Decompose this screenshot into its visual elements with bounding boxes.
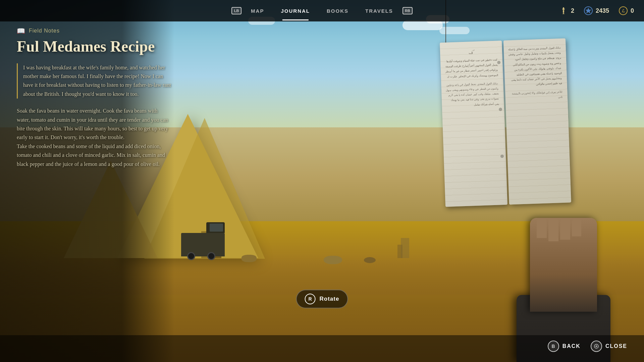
truck-wheel-front (187, 252, 195, 260)
hud-star: 2435 (584, 6, 609, 15)
hole-2 (499, 108, 502, 111)
svg-marker-2 (562, 13, 565, 14)
svg-rect-1 (562, 9, 565, 9)
journal-content: 📖 Field Notes Ful Medames Recipe I was h… (17, 27, 171, 169)
finger-4 (572, 218, 581, 236)
hole-3 (500, 155, 504, 158)
hud-syringe: 2 (559, 6, 574, 15)
recipe-paragraph-2: Soak the fava beans in water overnight. … (17, 107, 171, 142)
finger-1 (537, 218, 547, 238)
section-label: Field Notes (29, 28, 60, 34)
first-paragraph-wrapper: I was having breakfast at the wife's fam… (17, 63, 171, 99)
finger-2 (548, 218, 558, 241)
book-icon: 📖 (17, 27, 25, 35)
paper-arabic-right: دبانك الفول المنتدى وورده من صنة الفلاق … (503, 38, 567, 91)
star-icon (584, 6, 593, 15)
paper-right: دبانك الفول المنتدى وورده من صنة الفلاق … (503, 38, 571, 204)
currency-icon: ℒ (619, 6, 628, 15)
arabic-content-3: للآخر تعرف إني قولطلك والا إنتجوزني بالم… (509, 89, 562, 101)
svg-text:ℒ: ℒ (622, 9, 625, 13)
finger-3 (560, 218, 570, 240)
paper-symbol: ۜف (444, 49, 497, 57)
cloud-3 (439, 27, 470, 34)
close-label: CLOSE (605, 343, 627, 349)
paper-arabic-right-2: للآخر تعرف إني قولطلك والا إنتجوزني بالم… (505, 89, 568, 105)
rotate-label: Rotate (320, 296, 339, 302)
arabic-content-1: كنت دفطير في بيت عيلة السيام وشوفت أولده… (444, 57, 498, 79)
truck-body (181, 233, 225, 256)
rb-badge: RB (402, 7, 413, 14)
lb-badge: LB (231, 7, 241, 14)
back-button[interactable]: B BACK (548, 341, 581, 352)
rotate-hint: R Rotate (296, 290, 348, 308)
note-paper: ۜف كنت دفطير في بيت عيلة السيام وشوفت أو… (440, 38, 587, 217)
close-badge (591, 341, 602, 352)
currency-amount: 0 (631, 7, 634, 14)
rotate-badge: R (305, 294, 316, 304)
tab-map[interactable]: MAP (244, 8, 271, 14)
hud-currency: ℒ 0 (619, 6, 634, 15)
recipe-paragraph-3: Take the cooked beans and some of the li… (17, 142, 171, 169)
svg-marker-5 (585, 8, 591, 13)
close-button[interactable]: CLOSE (591, 341, 627, 352)
top-nav: LB MAP JOURNAL BOOKS TRAVELS RB (0, 0, 644, 21)
paper-arabic-1: ۜف كنت دفطير في بيت عيلة السيام وشوفت أو… (440, 41, 503, 83)
star-points: 2435 (596, 7, 609, 14)
distant-structure-2 (397, 245, 402, 258)
rock-3 (324, 256, 342, 264)
recipe-title: Ful Medames Recipe (17, 38, 171, 55)
back-badge: B (548, 341, 559, 352)
third-paragraph-wrapper: Take the cooked beans and some of the li… (17, 142, 171, 169)
rock-2 (364, 257, 376, 263)
tab-journal[interactable]: JOURNAL (273, 8, 317, 14)
tab-books[interactable]: BOOKS (319, 8, 356, 14)
svg-rect-3 (563, 9, 564, 11)
field-notes-label: 📖 Field Notes (17, 27, 171, 35)
hand-skin (530, 218, 597, 312)
truck-wheel-rear (207, 252, 215, 260)
bottom-actions: B BACK CLOSE (548, 341, 627, 352)
nav-center: LB MAP JOURNAL BOOKS TRAVELS RB (231, 7, 413, 14)
second-paragraph-wrapper: Soak the fava beans in water overnight. … (17, 107, 171, 142)
back-label: BACK (562, 343, 581, 349)
syringe-icon (559, 6, 568, 15)
arabic-content-2: دبانك الفول المنتدى وورده من صنة الفلاق … (508, 45, 562, 88)
rock-1 (241, 255, 257, 262)
recipe-paragraph-1: I was having breakfast at the wife's fam… (23, 63, 171, 99)
tab-travels[interactable]: TRAVELS (358, 8, 400, 14)
truck-windshield (210, 224, 223, 232)
arabic-content-lower-1: دبانك الفول المنتدى. تحط الفول في باعه و… (445, 81, 499, 108)
hud-right: 2 2435 ℒ 0 (559, 0, 644, 21)
paper-lower-left: دبانك الفول المنتدى. تحط الفول في باعه و… (441, 81, 504, 112)
paper-left: ۜف كنت دفطير في بيت عيلة السيام وشوفت أو… (440, 41, 507, 207)
syringe-count: 2 (571, 7, 574, 14)
